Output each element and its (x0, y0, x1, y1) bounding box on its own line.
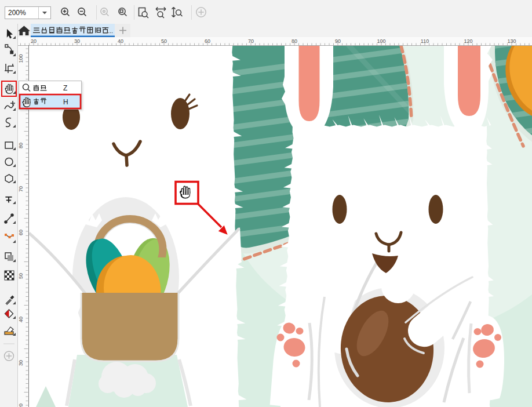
svg-text:200%: 200% (8, 9, 26, 17)
svg-text:100: 100 (18, 54, 24, 63)
svg-text:60: 60 (18, 230, 24, 235)
svg-text:Z: Z (63, 84, 67, 92)
svg-text:80: 80 (18, 143, 24, 148)
svg-text:70: 70 (18, 186, 24, 192)
svg-text:...: ... (108, 27, 113, 34)
svg-text:30: 30 (18, 360, 24, 366)
svg-text:20: 20 (18, 404, 24, 407)
svg-text:40: 40 (18, 317, 24, 322)
svg-text:H: H (63, 98, 68, 106)
svg-text:50: 50 (18, 273, 24, 279)
